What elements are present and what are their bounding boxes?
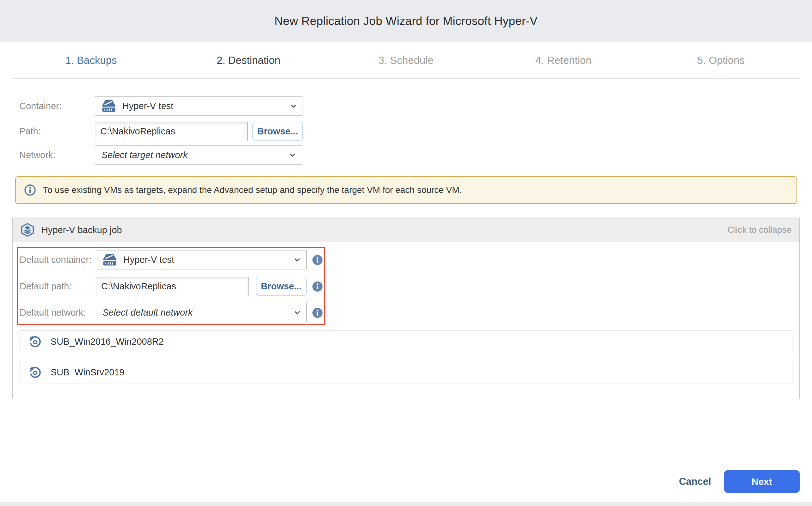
default-container-label: Default container:: [20, 255, 96, 265]
backup-job-header[interactable]: Hyper-V backup job Click to collapse: [13, 218, 799, 242]
chevron-down-icon: [291, 104, 296, 108]
replication-arrow-icon: [28, 335, 42, 348]
datastore-icon: [102, 254, 117, 266]
container-row: Container: Hyper-V test: [19, 96, 303, 116]
default-network-dropdown[interactable]: Select default network: [96, 303, 307, 322]
collapse-hint: Click to collapse: [728, 225, 792, 235]
info-icon[interactable]: [312, 281, 323, 291]
defaults-highlight-box: Default container: Hyper-V test: [17, 247, 325, 325]
default-path-label: Default path:: [20, 281, 96, 291]
container-label: Container:: [19, 101, 95, 111]
next-button[interactable]: Next: [724, 470, 800, 493]
replication-arrow-icon: [28, 366, 42, 379]
step-tab-schedule[interactable]: 3. Schedule: [327, 43, 485, 78]
wizard-title-bar: New Replication Job Wizard for Microsoft…: [0, 0, 812, 43]
wizard-steps-nav: 1. Backups 2. Destination 3. Schedule 4.…: [12, 43, 800, 79]
chevron-down-icon: [294, 311, 300, 315]
vm-name: SUB_WinSrv2019: [51, 367, 124, 377]
default-path-input[interactable]: [96, 277, 249, 296]
cancel-button[interactable]: Cancel: [670, 470, 720, 493]
info-icon[interactable]: [312, 255, 323, 265]
default-path-row: Default path: Browse...: [20, 277, 323, 296]
wizard-title: New Replication Job Wizard for Microsoft…: [274, 14, 538, 28]
chevron-down-icon: [290, 153, 295, 157]
network-placeholder: Select target network: [101, 150, 187, 160]
network-row: Network: Select target network: [19, 146, 302, 165]
backup-job-section: Hyper-V backup job Click to collapse Def…: [12, 218, 800, 399]
default-container-row: Default container: Hyper-V test: [20, 250, 323, 269]
backup-job-title: Hyper-V backup job: [41, 225, 122, 235]
vm-list-item[interactable]: SUB_WinSrv2019: [20, 361, 792, 384]
datastore-icon: [101, 100, 116, 112]
path-input[interactable]: [95, 122, 248, 141]
container-dropdown[interactable]: Hyper-V test: [95, 96, 303, 116]
step-tab-backups[interactable]: 1. Backups: [12, 43, 170, 78]
container-value: Hyper-V test: [122, 101, 173, 111]
browse-button[interactable]: Browse...: [252, 122, 303, 141]
path-row: Path: Browse...: [19, 122, 303, 141]
window-bottom-edge: [0, 502, 812, 506]
footer-divider: [12, 453, 800, 453]
default-network-row: Default network: Select default network: [20, 303, 323, 322]
default-container-value: Hyper-V test: [123, 255, 174, 265]
info-circle-icon: [24, 184, 36, 196]
step-tab-retention[interactable]: 4. Retention: [485, 43, 642, 78]
job-layers-icon: [20, 223, 34, 237]
info-banner-text: To use existing VMs as targets, expand t…: [43, 185, 462, 195]
step-tab-destination[interactable]: 2. Destination: [170, 43, 327, 78]
info-icon[interactable]: [312, 308, 323, 318]
path-label: Path:: [19, 126, 95, 137]
default-network-placeholder: Select default network: [102, 308, 193, 318]
step-tab-options[interactable]: 5. Options: [642, 43, 800, 78]
default-network-label: Default network:: [20, 308, 96, 318]
default-browse-button[interactable]: Browse...: [256, 277, 307, 296]
default-container-dropdown[interactable]: Hyper-V test: [96, 250, 307, 269]
replication-wizard-window: New Replication Job Wizard for Microsoft…: [0, 0, 812, 506]
network-label: Network:: [19, 150, 95, 160]
chevron-down-icon: [294, 258, 300, 262]
vm-list-item[interactable]: SUB_Win2016_Win2008R2: [20, 330, 792, 353]
vm-name: SUB_Win2016_Win2008R2: [51, 336, 164, 347]
network-dropdown[interactable]: Select target network: [95, 146, 302, 165]
info-banner: To use existing VMs as targets, expand t…: [15, 176, 797, 204]
